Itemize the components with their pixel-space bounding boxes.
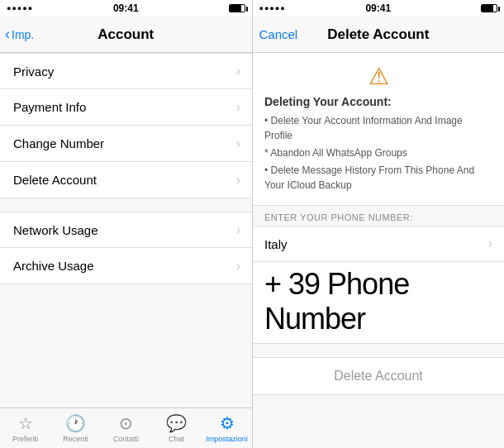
tab-label-chat: Chat xyxy=(169,435,184,443)
phone-number-text: + 39 Phone Number xyxy=(264,267,409,336)
left-nav-bar: ‹ Imp. Account xyxy=(0,17,252,53)
warning-item-0: • Delete Your Account Information And Im… xyxy=(264,113,492,143)
person-icon: ⊙ xyxy=(119,413,133,433)
left-panel: Privacy › Payment Info › Change Number ›… xyxy=(0,53,252,284)
phone-section-label: ENTER YOUR PHONE NUMBER: xyxy=(253,206,504,226)
menu-item-privacy[interactable]: Privacy › xyxy=(0,53,252,89)
chevron-icon: › xyxy=(236,222,240,237)
tab-recenti[interactable]: 🕐 Recenti xyxy=(50,408,101,448)
left-battery-area xyxy=(229,4,245,12)
tab-impostazioni[interactable]: ⚙ Impostazioni xyxy=(202,408,252,448)
chevron-icon: › xyxy=(236,259,240,274)
right-battery-area xyxy=(481,4,497,12)
left-wrapper: Privacy › Payment Info › Change Number ›… xyxy=(0,53,252,448)
right-signal: ●●●●● xyxy=(259,4,286,12)
menu-item-payment[interactable]: Payment Info › xyxy=(0,89,252,126)
left-signal: ●●●●● xyxy=(7,4,33,12)
phone-number-display: + 39 Phone Number xyxy=(253,262,504,344)
right-panel: ⚠ Deleting Your Account: • Delete Your A… xyxy=(252,53,504,448)
warning-text: • Delete Your Account Information And Im… xyxy=(264,113,492,193)
warning-item-2: • Delete Message History From This Phone… xyxy=(264,163,492,193)
warning-box: ⚠ Deleting Your Account: • Delete Your A… xyxy=(253,53,504,206)
back-label: Imp. xyxy=(12,28,34,41)
content-row: Privacy › Payment Info › Change Number ›… xyxy=(0,53,504,448)
menu-item-network[interactable]: Network Usage › xyxy=(0,212,252,248)
tab-label-impostazioni: Impostazioni xyxy=(206,435,248,443)
left-battery-icon xyxy=(229,4,245,12)
menu-section-1: Privacy › Payment Info › Change Number ›… xyxy=(0,53,252,198)
tab-chat[interactable]: 💬 Chat xyxy=(151,408,202,448)
clock-icon: 🕐 xyxy=(65,413,86,433)
tab-contatti[interactable]: ⊙ Contatti xyxy=(101,408,151,448)
star-icon: ☆ xyxy=(18,413,33,433)
warning-title: Deleting Your Account: xyxy=(264,95,492,108)
tab-label-contatti: Contatti xyxy=(113,435,139,443)
tab-label-preferiti: Preferiti xyxy=(12,435,38,443)
tab-bar: ☆ Preferiti 🕐 Recenti ⊙ Contatti 💬 Chat … xyxy=(0,407,252,448)
nav-bar-row: ‹ Imp. Account Cancel Delete Account xyxy=(0,17,504,53)
gear-icon: ⚙ xyxy=(220,413,235,433)
right-time: 09:41 xyxy=(365,2,391,14)
delete-btn-container: Delete Account xyxy=(253,357,504,395)
right-nav-title: Delete Account xyxy=(327,26,429,43)
delete-account-button[interactable]: Delete Account xyxy=(253,358,504,394)
warning-icon-row: ⚠ xyxy=(264,63,492,90)
country-label: Italy xyxy=(264,237,288,251)
country-selector[interactable]: Italy › xyxy=(253,226,504,262)
left-status-bar: ●●●●● 09:41 xyxy=(0,0,252,17)
status-bar-row: ●●●●● 09:41 ●●●●● 09:41 xyxy=(0,0,504,17)
right-status-bar: ●●●●● 09:41 xyxy=(253,0,505,17)
chevron-icon: › xyxy=(236,173,240,188)
tab-preferiti[interactable]: ☆ Preferiti xyxy=(0,408,50,448)
menu-item-change-number[interactable]: Change Number › xyxy=(0,126,252,162)
chevron-icon: › xyxy=(236,64,240,79)
menu-item-delete-account[interactable]: Delete Account › xyxy=(0,162,252,198)
tab-label-recenti: Recenti xyxy=(63,435,88,443)
cancel-button[interactable]: Cancel xyxy=(259,27,298,41)
left-nav-title: Account xyxy=(97,26,154,43)
warning-item-1: * Abandon All WhatsApp Groups xyxy=(264,145,492,160)
back-button[interactable]: ‹ Imp. xyxy=(5,26,34,43)
back-arrow-icon: ‹ xyxy=(5,26,10,43)
right-battery-icon xyxy=(481,4,497,12)
chevron-icon: › xyxy=(236,136,240,151)
warning-triangle-icon: ⚠ xyxy=(368,64,389,89)
menu-item-archive[interactable]: Archive Usage › xyxy=(0,248,252,284)
right-nav-bar: Cancel Delete Account xyxy=(253,17,505,53)
chat-icon: 💬 xyxy=(166,413,187,433)
menu-section-2: Network Usage › Archive Usage › xyxy=(0,212,252,284)
left-time: 09:41 xyxy=(113,2,139,14)
chevron-icon: › xyxy=(488,236,492,251)
chevron-icon: › xyxy=(236,100,240,115)
